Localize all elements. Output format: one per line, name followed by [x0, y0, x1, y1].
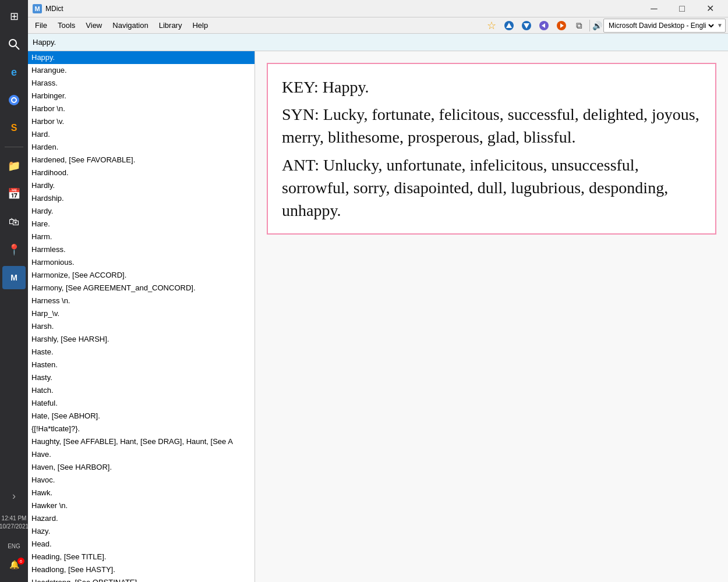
word-item[interactable]: Hazy. — [28, 525, 255, 538]
notification-badge: 6 — [17, 558, 24, 565]
back-button[interactable] — [536, 18, 552, 33]
word-item[interactable]: Hardy. — [28, 205, 255, 218]
word-item[interactable]: Hardly. — [28, 179, 255, 192]
definition-syn: SYN: Lucky, fortunate, felicitous, succe… — [282, 103, 701, 148]
word-item[interactable]: Harmony, [See AGREEMENT_and_CONCORD]. — [28, 282, 255, 294]
word-item[interactable]: Harbor \v. — [28, 115, 255, 128]
word-item[interactable]: Haste. — [28, 346, 255, 359]
notification-button[interactable]: 🔔 6 — [2, 556, 26, 573]
menu-bar: File Tools View Navigation Library Help … — [28, 17, 728, 34]
word-item[interactable]: Heading, [See TITLE]. — [28, 551, 255, 563]
word-item[interactable]: Harbor \n. — [28, 102, 255, 115]
store-icon[interactable]: 🛍 — [2, 210, 26, 233]
calendar-icon[interactable]: 📅 — [2, 182, 26, 205]
clock-display: 12:41 PM 10/27/2021 — [0, 512, 29, 533]
word-item[interactable]: Hardened, [See FAVORABLE]. — [28, 154, 255, 166]
word-item[interactable]: Haven, [See HARBOR]. — [28, 461, 255, 474]
word-item[interactable]: Hatch. — [28, 384, 255, 397]
maximize-button[interactable]: □ — [669, 0, 695, 17]
menu-help[interactable]: Help — [188, 20, 213, 31]
window-controls: ─ □ ✕ — [641, 0, 723, 17]
svg-line-1 — [16, 46, 19, 49]
word-item[interactable]: Headlong, [See HASTY]. — [28, 563, 255, 576]
nav-down-button[interactable] — [518, 18, 535, 33]
word-item[interactable]: Harass. — [28, 77, 255, 90]
word-item[interactable]: Harmonious. — [28, 256, 255, 269]
mdict-taskbar-icon[interactable]: M — [2, 266, 26, 289]
app-icon: M — [33, 4, 42, 13]
menu-navigation[interactable]: Navigation — [108, 20, 153, 31]
word-item[interactable]: {[!Ha*tlcate]?}. — [28, 423, 255, 435]
word-item[interactable]: Harm. — [28, 230, 255, 243]
word-item[interactable]: Haughty, [See AFFABLE], Hant, [See DRAG]… — [28, 435, 255, 448]
sublime-icon[interactable]: S — [2, 116, 26, 140]
chrome-icon[interactable] — [2, 88, 26, 112]
copy-button[interactable]: ⧉ — [571, 18, 587, 33]
word-item[interactable]: Hawk. — [28, 487, 255, 499]
expand-icon[interactable]: › — [2, 484, 26, 508]
menu-library[interactable]: Library — [154, 20, 187, 31]
language-button[interactable]: ENG — [2, 538, 26, 554]
word-item[interactable]: Harden. — [28, 141, 255, 154]
menu-view[interactable]: View — [81, 20, 107, 31]
word-item[interactable]: Harp_\v. — [28, 307, 255, 320]
title-bar: M MDict ─ □ ✕ — [28, 0, 728, 17]
word-item[interactable]: Harshly, [See HARSH]. — [28, 333, 255, 346]
word-item[interactable]: Harbinger. — [28, 90, 255, 102]
word-item[interactable]: Harangue. — [28, 64, 255, 77]
word-item[interactable]: Have. — [28, 448, 255, 461]
definition-key: KEY: Happy. — [282, 76, 701, 98]
word-item[interactable]: Hawker \n. — [28, 499, 255, 512]
word-item[interactable]: Hasten. — [28, 359, 255, 371]
definition-ant: ANT: Unlucky, unfortunate, infelicitous,… — [282, 154, 701, 222]
definition-panel: KEY: Happy. SYN: Lucky, fortunate, felic… — [255, 51, 728, 582]
word-item[interactable]: Hasty. — [28, 371, 255, 384]
search-button[interactable] — [2, 33, 26, 56]
word-item[interactable]: Hardihood. — [28, 166, 255, 179]
word-item[interactable]: Harsh. — [28, 320, 255, 333]
nav-up-button[interactable] — [501, 18, 517, 33]
word-item[interactable]: Hateful. — [28, 397, 255, 410]
word-item[interactable]: Head. — [28, 538, 255, 551]
file-explorer-icon[interactable]: 📁 — [2, 154, 26, 178]
word-item[interactable]: Harmonize, [See ACCORD]. — [28, 269, 255, 282]
word-item[interactable]: Havoc. — [28, 474, 255, 487]
word-item[interactable]: Harmless. — [28, 243, 255, 256]
word-item[interactable]: Hard. — [28, 128, 255, 141]
search-bar — [28, 34, 728, 51]
forward-button[interactable] — [553, 18, 570, 33]
menu-file[interactable]: File — [30, 20, 52, 31]
edge-icon[interactable]: e — [2, 61, 26, 84]
app-title: MDict — [45, 5, 63, 13]
windows-taskbar: ⊞ e S 📁 📅 🛍 📍 M › 12:41 PM 10/27/2021 — [0, 0, 28, 582]
word-item[interactable]: Hardship. — [28, 192, 255, 205]
word-item[interactable]: Hare. — [28, 218, 255, 230]
menu-tools[interactable]: Tools — [53, 20, 80, 31]
svg-point-0 — [9, 40, 16, 47]
close-button[interactable]: ✕ — [697, 0, 723, 17]
minimize-button[interactable]: ─ — [641, 0, 667, 17]
svg-point-4 — [12, 98, 16, 102]
maps-icon[interactable]: 📍 — [2, 238, 26, 261]
word-list-panel: Happy.Harangue.Harass.Harbinger.Harbor \… — [28, 51, 255, 582]
clock-date: 10/27/2021 — [0, 523, 29, 531]
tts-dropdown[interactable]: Microsoft David Desktop - Engli ▼ — [603, 19, 726, 33]
definition-box: KEY: Happy. SYN: Lucky, fortunate, felic… — [267, 63, 716, 235]
bookmark-button[interactable]: ☆ — [483, 18, 500, 33]
word-item[interactable]: Headstrong, [See OBSTINATE]. — [28, 576, 255, 582]
word-list-scroll[interactable]: Happy.Harangue.Harass.Harbinger.Harbor \… — [28, 51, 255, 582]
word-item[interactable]: Hate, [See ABHOR]. — [28, 410, 255, 423]
tts-select[interactable]: Microsoft David Desktop - Engli — [606, 21, 716, 30]
word-item[interactable]: Happy. — [28, 51, 255, 64]
clock-time: 12:41 PM — [0, 514, 29, 523]
word-list: Happy.Harangue.Harass.Harbinger.Harbor \… — [28, 51, 255, 582]
word-item[interactable]: Harness \n. — [28, 294, 255, 307]
speaker-icon: 🔊 — [592, 21, 602, 30]
word-item[interactable]: Hazard. — [28, 512, 255, 525]
toolbar-separator — [589, 20, 590, 31]
search-input[interactable] — [33, 38, 207, 47]
start-button[interactable]: ⊞ — [2, 5, 26, 28]
